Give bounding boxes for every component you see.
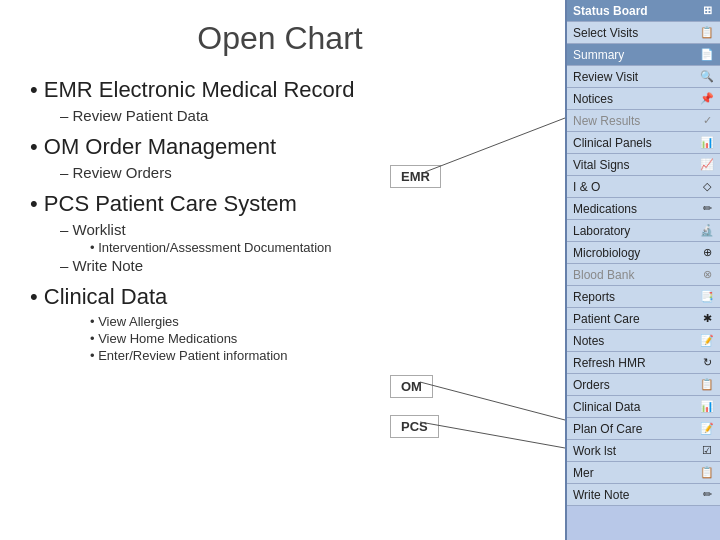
clinical-sub3: • Enter/Review Patient information (30, 348, 530, 363)
sidebar-label-status-board: Status Board (573, 4, 697, 18)
microbiology-icon: ⊕ (699, 245, 715, 261)
pcs-sub3: – Write Note (30, 257, 530, 274)
sidebar-item-plan-of-care[interactable]: Plan Of Care 📝 (567, 418, 720, 440)
sidebar-label-patient-care: Patient Care (573, 312, 697, 326)
sidebar-label-review-visit: Review Visit (573, 70, 697, 84)
plan-of-care-icon: 📝 (699, 421, 715, 437)
sidebar-label-clinical-data: Clinical Data (573, 400, 697, 414)
pcs-bullet: • PCS Patient Care System (30, 191, 530, 217)
sidebar-item-patient-care[interactable]: Patient Care ✱ (567, 308, 720, 330)
notices-icon: 📌 (699, 91, 715, 107)
clinical-sub1: • View Allergies (30, 314, 530, 329)
sidebar-item-summary[interactable]: Summary 📄 (567, 44, 720, 66)
orders-icon: 📋 (699, 377, 715, 393)
notes-icon: 📝 (699, 333, 715, 349)
sidebar-item-review-visit[interactable]: Review Visit 🔍 (567, 66, 720, 88)
new-results-icon: ✓ (699, 113, 715, 129)
summary-icon: 📄 (699, 47, 715, 63)
sidebar-label-select-visits: Select Visits (573, 26, 697, 40)
sidebar-item-work-list[interactable]: Work lst ☑ (567, 440, 720, 462)
sidebar-label-microbiology: Microbiology (573, 246, 697, 260)
sidebar-label-refresh-hmr: Refresh HMR (573, 356, 697, 370)
sidebar-label-blood-bank: Blood Bank (573, 268, 697, 282)
medications-icon: ✏ (699, 201, 715, 217)
sidebar-item-notes[interactable]: Notes 📝 (567, 330, 720, 352)
sidebar-item-i-and-o[interactable]: I & O ◇ (567, 176, 720, 198)
sidebar-label-laboratory: Laboratory (573, 224, 697, 238)
sidebar-label-i-and-o: I & O (573, 180, 697, 194)
om-bullet: • OM Order Management (30, 134, 530, 160)
main-content: Open Chart • EMR Electronic Medical Reco… (0, 0, 560, 540)
emr-badge: EMR (390, 165, 441, 188)
sidebar-label-write-note: Write Note (573, 488, 697, 502)
sidebar-item-orders[interactable]: Orders 📋 (567, 374, 720, 396)
clinical-panels-icon: 📊 (699, 135, 715, 151)
sidebar-label-reports: Reports (573, 290, 697, 304)
i-and-o-icon: ◇ (699, 179, 715, 195)
sidebar-label-plan-of-care: Plan Of Care (573, 422, 697, 436)
clinical-sub2: • View Home Medications (30, 331, 530, 346)
emr-section: • EMR Electronic Medical Record – Review… (30, 77, 530, 124)
pcs-sub2: • Intervention/Assessment Documentation (30, 240, 530, 255)
sidebar-label-notices: Notices (573, 92, 697, 106)
om-badge: OM (390, 375, 433, 398)
pcs-badge: PCS (390, 415, 439, 438)
sidebar-label-work-list: Work lst (573, 444, 697, 458)
sidebar-label-new-results: New Results (573, 114, 697, 128)
refresh-hmr-icon: ↻ (699, 355, 715, 371)
sidebar-item-reports[interactable]: Reports 📑 (567, 286, 720, 308)
sidebar-label-clinical-panels: Clinical Panels (573, 136, 697, 150)
pcs-section: • PCS Patient Care System – Worklist • I… (30, 191, 530, 274)
sidebar: Status Board ⊞ Select Visits 📋 Summary 📄… (565, 0, 720, 540)
write-note-icon: ✏ (699, 487, 715, 503)
reports-icon: 📑 (699, 289, 715, 305)
sidebar-item-select-visits[interactable]: Select Visits 📋 (567, 22, 720, 44)
sidebar-label-summary: Summary (573, 48, 697, 62)
pcs-sub1: – Worklist (30, 221, 530, 238)
om-section: • OM Order Management – Review Orders (30, 134, 530, 181)
om-sub1: – Review Orders (30, 164, 530, 181)
vital-signs-icon: 📈 (699, 157, 715, 173)
clinical-data-icon: 📊 (699, 399, 715, 415)
status-board-icon: ⊞ (699, 3, 715, 19)
sidebar-label-medications: Medications (573, 202, 697, 216)
sidebar-item-refresh-hmr[interactable]: Refresh HMR ↻ (567, 352, 720, 374)
sidebar-item-blood-bank[interactable]: Blood Bank ⊗ (567, 264, 720, 286)
sidebar-label-vital-signs: Vital Signs (573, 158, 697, 172)
sidebar-item-status-board[interactable]: Status Board ⊞ (567, 0, 720, 22)
sidebar-label-notes: Notes (573, 334, 697, 348)
mer-icon: 📋 (699, 465, 715, 481)
laboratory-icon: 🔬 (699, 223, 715, 239)
patient-care-icon: ✱ (699, 311, 715, 327)
emr-bullet: • EMR Electronic Medical Record (30, 77, 530, 103)
sidebar-item-medications[interactable]: Medications ✏ (567, 198, 720, 220)
work-list-icon: ☑ (699, 443, 715, 459)
sidebar-item-clinical-data[interactable]: Clinical Data 📊 (567, 396, 720, 418)
sidebar-label-orders: Orders (573, 378, 697, 392)
sidebar-item-write-note[interactable]: Write Note ✏ (567, 484, 720, 506)
sidebar-label-mer: Mer (573, 466, 697, 480)
sidebar-item-notices[interactable]: Notices 📌 (567, 88, 720, 110)
sidebar-item-microbiology[interactable]: Microbiology ⊕ (567, 242, 720, 264)
clinical-section: • Clinical Data • View Allergies • View … (30, 284, 530, 363)
sidebar-item-clinical-panels[interactable]: Clinical Panels 📊 (567, 132, 720, 154)
sidebar-item-vital-signs[interactable]: Vital Signs 📈 (567, 154, 720, 176)
sidebar-item-mer[interactable]: Mer 📋 (567, 462, 720, 484)
sidebar-item-laboratory[interactable]: Laboratory 🔬 (567, 220, 720, 242)
emr-sub1: – Review Patient Data (30, 107, 530, 124)
review-visit-icon: 🔍 (699, 69, 715, 85)
clinical-bullet: • Clinical Data (30, 284, 530, 310)
page-title: Open Chart (30, 20, 530, 57)
sidebar-item-new-results[interactable]: New Results ✓ (567, 110, 720, 132)
select-visits-icon: 📋 (699, 25, 715, 41)
blood-bank-icon: ⊗ (699, 267, 715, 283)
